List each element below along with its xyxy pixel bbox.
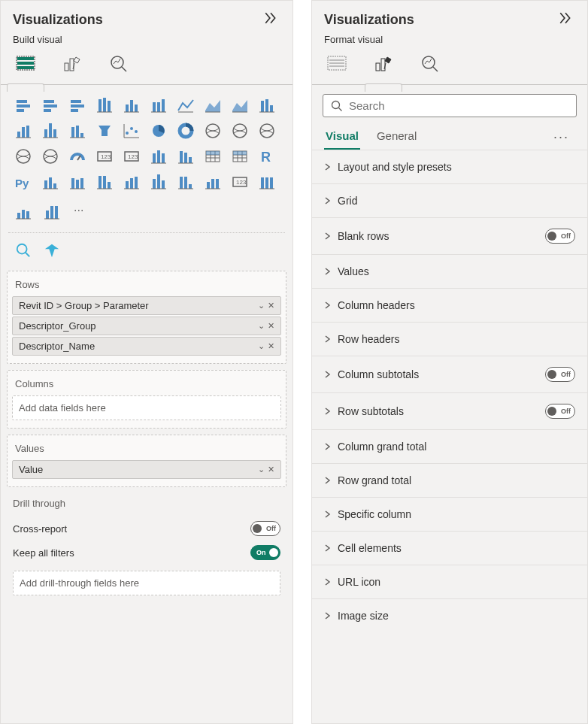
format-item-toggle[interactable]: Off: [545, 404, 575, 419]
viz-type-paginated[interactable]: [147, 171, 171, 193]
mode-tab-analytics[interactable]: [106, 50, 132, 84]
mode-tab-format[interactable]: [59, 50, 85, 84]
chevron-down-icon[interactable]: ⌄: [258, 341, 265, 351]
field-pill[interactable]: Descriptor_Name ⌄ ✕: [12, 337, 281, 356]
viz-type-r-visual[interactable]: R: [255, 145, 279, 168]
chevron-down-icon[interactable]: ⌄: [258, 465, 265, 474]
remove-field-button[interactable]: ✕: [268, 321, 274, 331]
pin-visual-button[interactable]: [40, 239, 64, 262]
format-item-toggle[interactable]: Off: [545, 367, 575, 382]
columns-placeholder[interactable]: Add data fields here: [12, 395, 281, 420]
format-search-box[interactable]: [323, 94, 577, 117]
viz-type-scorecard[interactable]: 123: [228, 171, 252, 193]
viz-type-more-ellipsis[interactable]: ···: [68, 201, 92, 223]
format-item-row-subtotals[interactable]: Row subtotalsOff: [312, 392, 587, 429]
viz-type-clustered-column[interactable]: [92, 94, 117, 117]
viz-type-area[interactable]: [201, 94, 225, 117]
viz-type-python-visual[interactable]: Py: [11, 171, 35, 193]
format-item-specific-column[interactable]: Specific column: [312, 497, 587, 531]
chevron-down-icon[interactable]: ⌄: [258, 321, 265, 331]
viz-type-stacked-area[interactable]: [228, 94, 252, 117]
format-item-label: Row subtotals: [338, 405, 404, 417]
rows-well[interactable]: Rows Revit ID > Group > Parameter ⌄ ✕ De…: [7, 271, 286, 364]
format-item-url-icon[interactable]: URL icon: [312, 565, 587, 598]
viz-type-key-influencers[interactable]: [38, 171, 62, 193]
viz-type-stacked-bar[interactable]: [11, 94, 35, 117]
format-item-blank-rows[interactable]: Blank rowsOff: [312, 217, 587, 254]
viz-type-kpi[interactable]: [147, 145, 171, 168]
viz-type-matrix[interactable]: [228, 145, 252, 168]
viz-type-card[interactable]: 123: [92, 145, 117, 168]
drill-placeholder[interactable]: Add drill-through fields here: [13, 571, 280, 595]
viz-type-pie[interactable]: [147, 120, 171, 142]
columns-well[interactable]: Columns Add data fields here: [7, 370, 286, 429]
format-more-button[interactable]: ···: [547, 126, 575, 148]
format-item-column-grand-total[interactable]: Column grand total: [312, 429, 587, 463]
viz-type-gauge[interactable]: [65, 145, 89, 168]
viz-type-line[interactable]: [174, 94, 198, 117]
field-pill[interactable]: Revit ID > Group > Parameter ⌄ ✕: [12, 296, 281, 315]
remove-field-button[interactable]: ✕: [268, 465, 274, 474]
viz-type-decomposition[interactable]: [65, 171, 89, 193]
viz-type-stacked-column[interactable]: [120, 94, 144, 117]
viz-type-filled-map[interactable]: [255, 120, 279, 142]
chevron-down-icon[interactable]: ⌄: [258, 301, 265, 311]
format-item-column-subtotals[interactable]: Column subtotalsOff: [312, 356, 587, 392]
viz-type-ribbon[interactable]: [255, 94, 279, 117]
clustered-column-icon: [95, 97, 114, 114]
search-visuals-button[interactable]: [11, 239, 35, 262]
collapse-panel-button[interactable]: [261, 8, 280, 31]
mode-tab-analytics[interactable]: [417, 50, 443, 84]
viz-type-table[interactable]: [201, 145, 225, 168]
format-item-toggle[interactable]: Off: [545, 229, 575, 244]
collapse-panel-button[interactable]: [556, 8, 575, 31]
viz-type-map[interactable]: [228, 120, 252, 142]
viz-type-scatter[interactable]: [120, 120, 144, 142]
viz-type-slicer[interactable]: [174, 145, 198, 168]
viz-type-arcgis[interactable]: [40, 201, 64, 223]
format-tab-general[interactable]: General: [375, 125, 418, 150]
mode-tab-build[interactable]: [13, 50, 38, 84]
viz-type-narrative-2[interactable]: [11, 201, 35, 223]
field-pill[interactable]: Descriptor_Group ⌄ ✕: [12, 317, 281, 335]
viz-type-qa[interactable]: [92, 171, 117, 193]
viz-type-shape-map[interactable]: [11, 145, 35, 168]
viz-type-stacked-bar-100[interactable]: [65, 94, 89, 117]
format-item-grid[interactable]: Grid: [312, 183, 587, 217]
viz-type-multi-card[interactable]: 123: [120, 145, 144, 168]
mode-tab-format[interactable]: [371, 50, 396, 84]
viz-type-line-column[interactable]: [11, 120, 35, 142]
viz-type-get-more[interactable]: [255, 171, 279, 193]
format-item-column-headers[interactable]: Column headers: [312, 288, 587, 322]
format-search-input[interactable]: [349, 99, 568, 112]
mode-tabs: [1, 50, 292, 85]
format-item-layout-and-style-presets[interactable]: Layout and style presets: [312, 150, 587, 183]
format-item-row-grand-total[interactable]: Row grand total: [312, 463, 587, 497]
format-tab-visual[interactable]: Visual: [324, 125, 360, 150]
viz-type-donut[interactable]: [174, 120, 198, 142]
viz-type-clustered-bar[interactable]: [38, 94, 62, 117]
format-item-row-headers[interactable]: Row headers: [312, 322, 587, 356]
format-item-label: Specific column: [338, 508, 411, 520]
viz-type-azure-map[interactable]: [38, 145, 62, 168]
format-item-values[interactable]: Values: [312, 254, 587, 288]
viz-type-metrics[interactable]: [174, 171, 198, 193]
viz-type-app[interactable]: [201, 171, 225, 193]
values-well[interactable]: Values Value ⌄ ✕: [7, 435, 286, 487]
viz-type-waterfall[interactable]: [65, 120, 89, 142]
keep-filters-toggle[interactable]: On: [250, 545, 280, 560]
mode-tab-build[interactable]: [324, 50, 350, 84]
remove-field-button[interactable]: ✕: [268, 341, 274, 351]
format-item-cell-elements[interactable]: Cell elements: [312, 531, 587, 565]
viz-type-funnel[interactable]: [92, 120, 117, 142]
scatter-icon: [123, 123, 141, 139]
cross-report-toggle[interactable]: Off: [250, 521, 280, 536]
viz-type-line-column-stacked[interactable]: [38, 120, 62, 142]
viz-type-smart-narrative[interactable]: [120, 171, 144, 193]
remove-field-button[interactable]: ✕: [268, 301, 274, 311]
viz-type-stacked-column-100[interactable]: [147, 94, 171, 117]
field-pill[interactable]: Value ⌄ ✕: [12, 460, 281, 479]
viz-type-treemap[interactable]: [201, 120, 225, 142]
format-item-image-size[interactable]: Image size: [312, 598, 587, 632]
svg-rect-92: [216, 179, 219, 189]
